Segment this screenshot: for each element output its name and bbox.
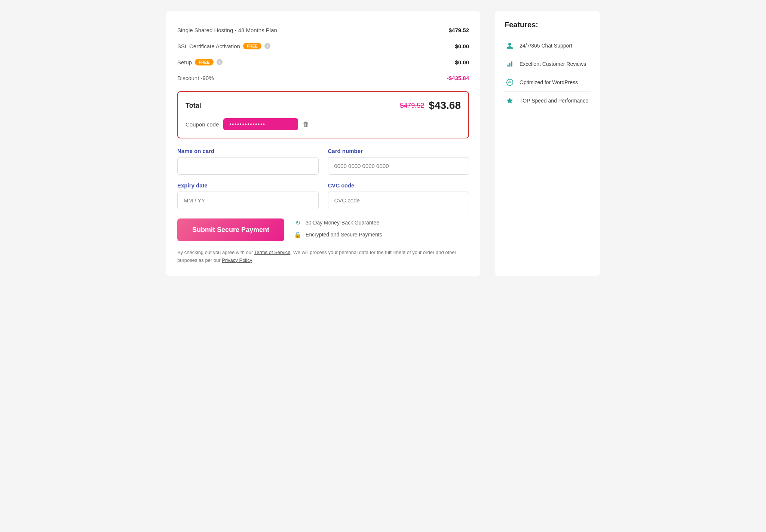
- trust-text: 30-Day Money-Back Guarantee: [306, 220, 379, 226]
- order-row-label: SetupFREEi: [177, 59, 223, 65]
- name-on-card-group: Name on card: [177, 148, 319, 175]
- order-row-label: SSL Certificate ActivationFREEi: [177, 43, 270, 49]
- main-content: Single Shared Hosting - 48 Months Plan$4…: [166, 11, 480, 276]
- trust-badges: ↻30-Day Money-Back Guarantee🔒Encrypted a…: [294, 218, 382, 239]
- sidebar-features: 24/7/365 Chat SupportExcellent Customer …: [505, 37, 591, 110]
- info-icon[interactable]: i: [217, 59, 223, 65]
- order-row: Single Shared Hosting - 48 Months Plan$4…: [177, 22, 469, 38]
- chart-icon: [505, 59, 515, 69]
- card-number-input[interactable]: [328, 157, 469, 175]
- total-original-price: $479.52: [400, 102, 424, 110]
- free-badge: FREE: [243, 43, 261, 49]
- feature-text: TOP Speed and Performance: [520, 98, 588, 104]
- order-row-amount: $0.00: [455, 43, 469, 49]
- wordpress-icon: W: [505, 77, 515, 88]
- expiry-date-input[interactable]: [177, 192, 319, 209]
- person-icon: [505, 40, 515, 51]
- sidebar-feature-item: TOP Speed and Performance: [505, 92, 591, 110]
- card-number-group: Card number: [328, 148, 469, 175]
- payment-section: Name on card Card number Expiry date CVC…: [177, 148, 469, 265]
- card-number-label: Card number: [328, 148, 469, 154]
- legal-before-tos: By checking out you agree with our: [177, 250, 254, 255]
- delete-coupon-button[interactable]: 🗑: [303, 120, 309, 128]
- sidebar-feature-item: WOptimized for WordPress: [505, 73, 591, 92]
- name-on-card-input[interactable]: [177, 157, 319, 175]
- free-badge: FREE: [195, 59, 213, 65]
- order-row: Discount -90%-$435.84: [177, 70, 469, 86]
- payment-form: Name on card Card number Expiry date CVC…: [177, 148, 469, 209]
- total-final-price: $43.68: [429, 100, 461, 111]
- feature-text: Excellent Customer Reviews: [520, 61, 586, 67]
- total-row: Total $479.52 $43.68: [186, 100, 461, 111]
- order-row: SetupFREEi$0.00: [177, 54, 469, 70]
- star-icon: [505, 95, 515, 106]
- name-on-card-label: Name on card: [177, 148, 319, 154]
- expiry-date-label: Expiry date: [177, 182, 319, 189]
- trust-item: ↻30-Day Money-Back Guarantee: [294, 218, 382, 227]
- feature-text: Optimized for WordPress: [520, 79, 578, 85]
- total-prices: $479.52 $43.68: [400, 100, 461, 111]
- cvc-label: CVC code: [328, 182, 469, 189]
- order-row: SSL Certificate ActivationFREEi$0.00: [177, 38, 469, 54]
- order-summary: Single Shared Hosting - 48 Months Plan$4…: [177, 22, 469, 86]
- coupon-input[interactable]: [223, 118, 298, 130]
- sidebar-feature-item: 24/7/365 Chat Support: [505, 37, 591, 55]
- info-icon[interactable]: i: [264, 43, 270, 49]
- order-row-amount: -$435.84: [447, 75, 469, 81]
- sidebar-title: Features:: [505, 21, 591, 29]
- order-row-amount: $479.52: [449, 27, 469, 33]
- privacy-policy-link[interactable]: Privacy Policy: [222, 257, 252, 263]
- submit-section: Submit Secure Payment ↻30-Day Money-Back…: [177, 218, 469, 241]
- submit-button[interactable]: Submit Secure Payment: [177, 218, 284, 241]
- trust-text: Encrypted and Secure Payments: [306, 232, 382, 238]
- coupon-row: Coupon code 🗑: [186, 118, 461, 130]
- terms-of-service-link[interactable]: Terms of Service: [254, 250, 291, 255]
- cvc-input[interactable]: [328, 192, 469, 209]
- total-label: Total: [186, 102, 201, 110]
- trust-icon: 🔒: [294, 230, 302, 239]
- expiry-date-group: Expiry date: [177, 182, 319, 209]
- order-row-label: Discount -90%: [177, 75, 214, 81]
- sidebar: Features: 24/7/365 Chat SupportExcellent…: [495, 11, 600, 276]
- legal-text: By checking out you agree with our Terms…: [177, 249, 469, 265]
- page-wrapper: Single Shared Hosting - 48 Months Plan$4…: [159, 0, 607, 287]
- svg-text:W: W: [508, 80, 511, 84]
- feature-text: 24/7/365 Chat Support: [520, 43, 572, 49]
- sidebar-feature-item: Excellent Customer Reviews: [505, 55, 591, 73]
- coupon-label: Coupon code: [186, 121, 219, 128]
- trust-icon: ↻: [294, 218, 302, 227]
- total-box: Total $479.52 $43.68 Coupon code 🗑: [177, 91, 469, 138]
- cvc-group: CVC code: [328, 182, 469, 209]
- trust-item: 🔒Encrypted and Secure Payments: [294, 230, 382, 239]
- order-row-label: Single Shared Hosting - 48 Months Plan: [177, 27, 277, 33]
- order-row-amount: $0.00: [455, 59, 469, 65]
